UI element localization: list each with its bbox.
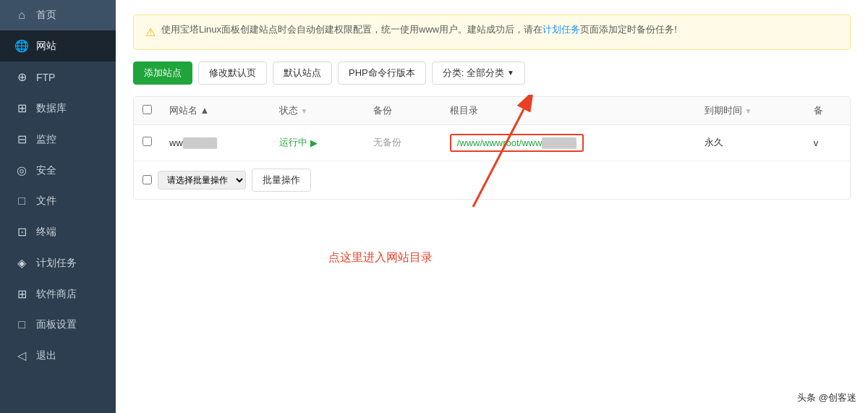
expire-text: 永久 — [705, 137, 723, 148]
running-arrow-icon: ▶ — [310, 137, 318, 148]
th-expire: 到期时间 ▼ — [696, 97, 805, 125]
select-all-checkbox[interactable] — [142, 105, 152, 114]
sidebar-label-cron: 计划任务 — [36, 257, 77, 270]
sidebar-item-monitor[interactable]: ⊟ 监控 — [0, 124, 116, 155]
sidebar-label-security: 安全 — [36, 164, 56, 177]
sidebar-label-website: 网站 — [36, 40, 56, 53]
sidebar-item-logout[interactable]: ◁ 退出 — [0, 340, 116, 371]
sidebar-label-home: 首页 — [36, 9, 56, 22]
col-name-label: 网站名 ▲ — [169, 105, 209, 116]
row-name: ww▓▓▓▓▓ — [161, 124, 271, 161]
modify-default-button[interactable]: 修改默认页 — [198, 61, 267, 85]
files-icon: □ — [14, 195, 29, 208]
alert-banner: ⚠ 使用宝塔Linux面板创建站点时会自动创建权限配置，统一使用www用户。建站… — [133, 14, 851, 50]
appstore-icon: ⊞ — [14, 287, 29, 301]
sidebar-label-panel: 面板设置 — [36, 318, 77, 331]
terminal-icon: ⊡ — [14, 225, 29, 239]
row-checkbox[interactable] — [142, 137, 152, 146]
row-expire: 永久 — [696, 124, 805, 161]
th-status: 状态 ▼ — [271, 97, 365, 125]
toolbar: 添加站点 修改默认页 默认站点 PHP命令行版本 分类: 全部分类 ▼ — [133, 61, 851, 85]
batch-select[interactable]: 请选择批量操作 — [158, 171, 246, 190]
ftp-icon: ⊕ — [14, 70, 29, 84]
th-check — [134, 97, 161, 125]
batch-execute-button[interactable]: 批量操作 — [252, 169, 311, 192]
sidebar-item-security[interactable]: ◎ 安全 — [0, 155, 116, 186]
sidebar-item-terminal[interactable]: ⊡ 终端 — [0, 216, 116, 247]
warning-icon: ⚠ — [145, 23, 156, 42]
sidebar-item-database[interactable]: ⊞ 数据库 — [0, 93, 116, 124]
svg-line-0 — [473, 109, 524, 207]
sidebar-label-logout: 退出 — [36, 349, 56, 362]
chevron-down-icon: ▼ — [507, 69, 514, 77]
alert-text-part1: 使用宝塔Linux面板创建站点时会自动创建权限配置，统一使用www用户。建站成功… — [161, 24, 542, 35]
home-icon: ⌂ — [14, 9, 29, 22]
panel-icon: □ — [14, 318, 29, 331]
sidebar-item-website[interactable]: 🌐 网站 — [0, 30, 116, 61]
sidebar-label-ftp: FTP — [36, 72, 55, 83]
security-icon: ◎ — [14, 163, 29, 177]
annotation-arrow — [379, 95, 538, 210]
database-icon: ⊞ — [14, 101, 29, 115]
category-dropdown[interactable]: 分类: 全部分类 ▼ — [432, 61, 525, 85]
sidebar-label-monitor: 监控 — [36, 133, 56, 146]
alert-text: 使用宝塔Linux面板创建站点时会自动创建权限配置，统一使用www用户。建站成功… — [161, 22, 677, 38]
th-name[interactable]: 网站名 ▲ — [161, 97, 271, 125]
col-extra-label: 备 — [814, 105, 823, 116]
site-name[interactable]: ww▓▓▓▓▓ — [169, 137, 217, 148]
alert-text-part2: 页面添加定时备份任务! — [580, 24, 677, 35]
sidebar-item-ftp[interactable]: ⊕ FTP — [0, 61, 116, 93]
row-check — [134, 124, 161, 161]
sidebar-item-cron[interactable]: ◈ 计划任务 — [0, 247, 116, 278]
sidebar-label-terminal: 终端 — [36, 226, 56, 239]
content-area: ⚠ 使用宝塔Linux面板创建站点时会自动创建权限配置，统一使用www用户。建站… — [116, 0, 868, 413]
website-icon: 🌐 — [14, 39, 29, 53]
sidebar-item-appstore[interactable]: ⊞ 软件商店 — [0, 278, 116, 310]
row-extra: v — [805, 124, 850, 161]
col-expire-label: 到期时间 ▼ — [705, 105, 752, 116]
default-site-button[interactable]: 默认站点 — [273, 61, 332, 85]
logout-icon: ◁ — [14, 349, 29, 362]
extra-text: v — [814, 137, 819, 148]
sidebar-item-panel[interactable]: □ 面板设置 — [0, 310, 116, 340]
sidebar-item-home[interactable]: ⌂ 首页 — [0, 0, 116, 30]
watermark: 头条 @创客迷 — [797, 391, 856, 404]
th-extra: 备 — [805, 97, 850, 125]
col-status-label: 状态 ▼ — [279, 105, 308, 116]
monitor-icon: ⊟ — [14, 132, 29, 146]
php-version-button[interactable]: PHP命令行版本 — [338, 61, 426, 85]
annotation-area: 点这里进入网站目录 — [133, 207, 851, 323]
main-content: ⚠ 使用宝塔Linux面板创建站点时会自动创建权限配置，统一使用www用户。建站… — [116, 0, 868, 413]
alert-link-cron[interactable]: 计划任务 — [542, 24, 580, 35]
sidebar-label-files: 文件 — [36, 195, 56, 208]
sidebar-label-appstore: 软件商店 — [36, 288, 77, 301]
annotation-text: 点这里进入网站目录 — [328, 250, 433, 265]
sidebar-label-database: 数据库 — [36, 102, 67, 115]
row-status: 运行中▶ — [271, 124, 365, 161]
status-badge: 运行中▶ — [279, 136, 356, 149]
category-label: 分类: 全部分类 — [443, 67, 504, 80]
cron-icon: ◈ — [14, 256, 29, 270]
batch-checkbox[interactable] — [142, 175, 152, 184]
sidebar: ⌂ 首页 🌐 网站 ⊕ FTP ⊞ 数据库 ⊟ 监控 ◎ 安全 □ 文件 ⊡ 终… — [0, 0, 116, 413]
sidebar-item-files[interactable]: □ 文件 — [0, 186, 116, 216]
add-site-button[interactable]: 添加站点 — [133, 61, 192, 85]
